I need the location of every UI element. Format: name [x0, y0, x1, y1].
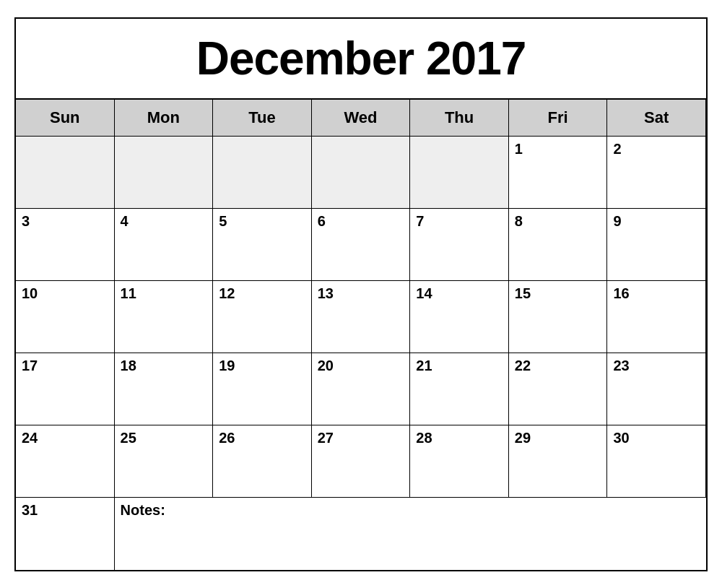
- header-sun: Sun: [16, 100, 115, 137]
- day-cell: [16, 137, 115, 209]
- day-cell-5: 5: [213, 209, 312, 281]
- day-cell-4: 4: [115, 209, 214, 281]
- day-cell-13: 13: [312, 281, 411, 353]
- calendar-title: December 2017: [16, 19, 706, 100]
- day-cell-30: 30: [607, 425, 706, 498]
- day-cell-15: 15: [509, 281, 608, 353]
- day-cell: [213, 137, 312, 209]
- day-cell: [410, 137, 509, 209]
- day-cell-18: 18: [115, 353, 214, 425]
- day-cell-24: 24: [16, 425, 115, 498]
- day-cell-6: 6: [312, 209, 411, 281]
- day-cell: [115, 137, 214, 209]
- header-thu: Thu: [410, 100, 509, 137]
- day-cell-3: 3: [16, 209, 115, 281]
- notes-cell: Notes:: [115, 498, 706, 570]
- day-cell-23: 23: [607, 353, 706, 425]
- header-sat: Sat: [607, 100, 706, 137]
- day-cell: [312, 137, 411, 209]
- header-tue: Tue: [213, 100, 312, 137]
- calendar-grid: Sun Mon Tue Wed Thu Fri Sat 1 2 3 4 5 6 …: [16, 100, 706, 570]
- day-cell-31: 31: [16, 498, 115, 570]
- day-cell-27: 27: [312, 425, 411, 498]
- day-cell-20: 20: [312, 353, 411, 425]
- day-cell-11: 11: [115, 281, 214, 353]
- day-cell-25: 25: [115, 425, 214, 498]
- day-cell-29: 29: [509, 425, 608, 498]
- day-cell-17: 17: [16, 353, 115, 425]
- day-cell-1: 1: [509, 137, 608, 209]
- day-cell-8: 8: [509, 209, 608, 281]
- calendar: December 2017 Sun Mon Tue Wed Thu Fri Sa…: [14, 17, 708, 571]
- header-mon: Mon: [115, 100, 214, 137]
- day-cell-7: 7: [410, 209, 509, 281]
- day-cell-26: 26: [213, 425, 312, 498]
- day-cell-28: 28: [410, 425, 509, 498]
- header-wed: Wed: [312, 100, 411, 137]
- day-cell-21: 21: [410, 353, 509, 425]
- day-cell-22: 22: [509, 353, 608, 425]
- day-cell-9: 9: [607, 209, 706, 281]
- day-cell-10: 10: [16, 281, 115, 353]
- day-cell-19: 19: [213, 353, 312, 425]
- day-cell-16: 16: [607, 281, 706, 353]
- day-cell-2: 2: [607, 137, 706, 209]
- day-cell-12: 12: [213, 281, 312, 353]
- header-fri: Fri: [509, 100, 608, 137]
- day-cell-14: 14: [410, 281, 509, 353]
